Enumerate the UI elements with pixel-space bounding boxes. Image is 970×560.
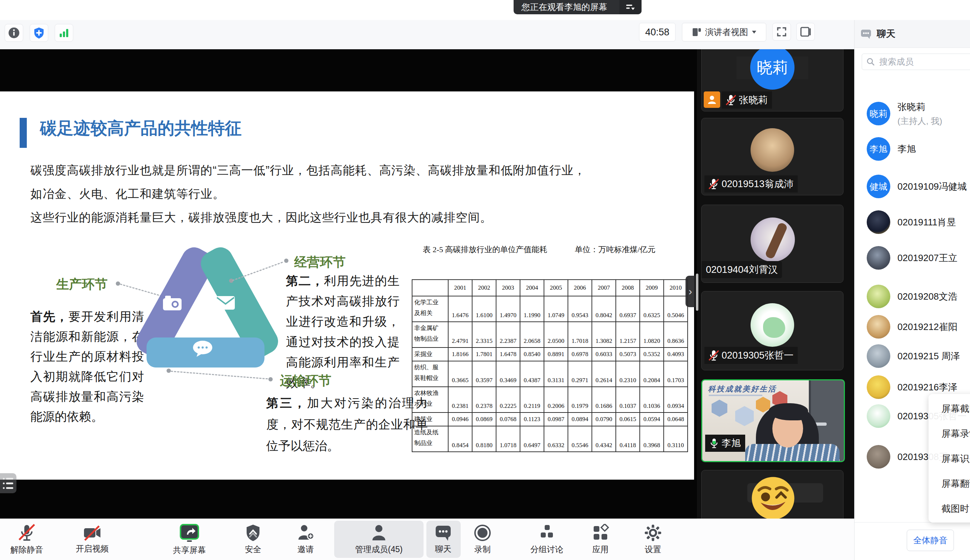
member-avatar (867, 445, 890, 468)
table-value-cell: 0.2614 (592, 361, 616, 387)
side-panel-toggle-button[interactable] (796, 23, 815, 41)
unmute-label: 解除静音 (10, 544, 43, 555)
label-production-stage: 生产环节 (56, 276, 108, 293)
participant-label: 02019404刘霄汉 (701, 261, 782, 278)
table-value-cell: 0.2971 (568, 361, 592, 387)
watching-banner[interactable]: 您正在观看李旭的屏幕 (514, 0, 641, 14)
video-tile-liuxiaohan[interactable]: 02019404刘霄汉 (701, 205, 843, 283)
table-value-cell: 0.3968 (640, 426, 664, 452)
member-row[interactable]: 李旭李旭 (855, 133, 970, 165)
member-search-box[interactable] (862, 53, 970, 70)
table-row: 农林牧渔 水利业0.23810.23780.22250.21190.20060.… (412, 387, 688, 412)
panel-icon (800, 27, 811, 37)
participant-label: 张晓莉 (721, 92, 772, 108)
mute-all-label: 全体静音 (913, 535, 947, 546)
table-value-cell: 0.9543 (568, 296, 592, 322)
table-value-cell: 1.0718 (496, 426, 520, 452)
table-value-cell: 1.1990 (520, 296, 544, 322)
table-value-cell: 2.4791 (448, 322, 472, 348)
annotation-list-button[interactable] (0, 473, 17, 493)
table-value-cell: 0.6978 (568, 348, 592, 361)
member-row[interactable]: 02019207王立 (855, 242, 970, 274)
chat-panel-header: 聊天 (855, 20, 970, 48)
table-value-cell: 0.8042 (592, 296, 616, 322)
settings-button[interactable]: 设置 (626, 518, 680, 560)
member-search-input[interactable] (878, 57, 958, 67)
invite-button[interactable]: 邀请 (279, 518, 332, 560)
security-button[interactable]: 安全 (226, 518, 280, 560)
member-row[interactable]: 02019215 周泽 (855, 340, 970, 372)
meeting-window: 您正在观看李旭的屏幕 (0, 0, 970, 560)
table-title: 表 2-5 高碳排放行业的单位产值能耗 (423, 244, 547, 255)
member-row[interactable]: 02019212崔阳 (855, 311, 970, 343)
table-row: 化学工业 及相关1.64761.61001.49701.19901.07490.… (412, 296, 688, 322)
envelope-icon (215, 295, 236, 311)
member-name: 02019111肖昱 (897, 216, 956, 228)
collapse-thumbnails-handle[interactable]: › (686, 276, 695, 307)
collapse-chevron-icon: › (689, 285, 692, 298)
connector-dot (269, 377, 273, 382)
context-menu-item[interactable]: 屏幕截图 (928, 396, 970, 421)
fullscreen-button[interactable] (772, 23, 791, 41)
table-value-cell: 0.3469 (496, 361, 520, 387)
video-tile-emoji-user[interactable] (701, 470, 843, 518)
participant-label: 李旭 (705, 435, 745, 452)
energy-table: 2001200220032004200520062007200820092010… (412, 279, 688, 452)
table-value-cell: 0.5073 (616, 348, 640, 361)
table-value-cell: 0.8636 (664, 322, 688, 348)
table-value-cell: 0.8180 (472, 426, 496, 452)
table-year-header: 2010 (664, 280, 688, 296)
table-value-cell: 1.6476 (448, 296, 472, 322)
emoji-avatar (751, 476, 795, 518)
video-tile-lixu-active[interactable]: 科技成就美好生活 李旭 (701, 379, 845, 462)
member-name: 02019208文浩 (897, 290, 957, 303)
table-value-cell: 0.8454 (448, 426, 472, 452)
view-mode-label: 演讲者视图 (705, 27, 748, 38)
host-badge (704, 92, 720, 108)
member-name: 02019216李泽 (897, 381, 957, 393)
member-row[interactable]: 02019208文浩 (855, 280, 970, 312)
apps-button[interactable]: 应用 (574, 518, 627, 560)
member-avatar (867, 285, 890, 308)
member-row[interactable]: 02019111肖昱 (855, 206, 970, 238)
context-menu-item[interactable]: 屏幕识别 (928, 446, 970, 471)
table-value-cell: 2.0500 (544, 322, 568, 348)
breakout-rooms-button[interactable]: 分组讨论 (520, 518, 574, 560)
table-row: 造纸及纸 制品业0.84540.81801.07180.64970.63320.… (412, 426, 688, 452)
context-menu-item[interactable]: 截图时 (928, 496, 970, 521)
video-tile-wengchengpei[interactable]: 02019513翁成沛 (701, 118, 843, 195)
start-video-button[interactable]: 开启视频 (65, 518, 119, 560)
member-info: 02019212崔阳 (897, 321, 957, 333)
cycle-triangle-diagram (139, 248, 272, 373)
unmute-button[interactable]: 解除静音 (0, 518, 53, 560)
context-menu-item[interactable]: 屏幕翻译 (928, 471, 970, 496)
member-row[interactable]: 健城02019109冯健城 (855, 170, 970, 202)
meeting-info-button[interactable] (5, 24, 23, 42)
table-value-cell: 0.2381 (448, 387, 472, 412)
table-value-cell: 0.4093 (664, 348, 688, 361)
security-shield-button[interactable] (30, 24, 48, 42)
video-tile-zhangzheyi[interactable]: 02019305张哲一 (701, 291, 843, 370)
thumbnail-scrollbar[interactable] (696, 273, 698, 311)
mute-all-button[interactable]: 全体静音 (907, 530, 954, 551)
video-tile-zhangxiaoli[interactable]: 晓莉 张晓莉 (701, 49, 843, 112)
table-value-cell: 0.6033 (592, 348, 616, 361)
manage-members-button[interactable]: 管理成员(45) (352, 518, 406, 560)
list-icon (3, 482, 17, 484)
table-value-cell: 0.3131 (544, 361, 568, 387)
share-screen-button[interactable]: 共享屏幕 (163, 518, 216, 560)
member-avatar (867, 315, 890, 338)
member-avatar (867, 375, 890, 399)
member-info: 02019216李泽 (897, 381, 957, 393)
context-menu-item[interactable]: 屏幕录制 (928, 421, 970, 446)
network-quality-button[interactable] (55, 24, 73, 42)
record-button[interactable]: 录制 (456, 518, 509, 560)
connector-dot (284, 258, 289, 263)
table-row-label: 采掘业 (412, 348, 448, 361)
member-row[interactable]: 晓莉张晓莉(主持人, 我) (855, 98, 970, 130)
switch-screen-icon[interactable] (619, 0, 641, 14)
host-person-icon (706, 94, 717, 105)
view-mode-button[interactable]: 演讲者视图 (682, 23, 766, 42)
member-name: 02019207王立 (897, 252, 957, 264)
table-value-cell: 0.2119 (520, 387, 544, 412)
